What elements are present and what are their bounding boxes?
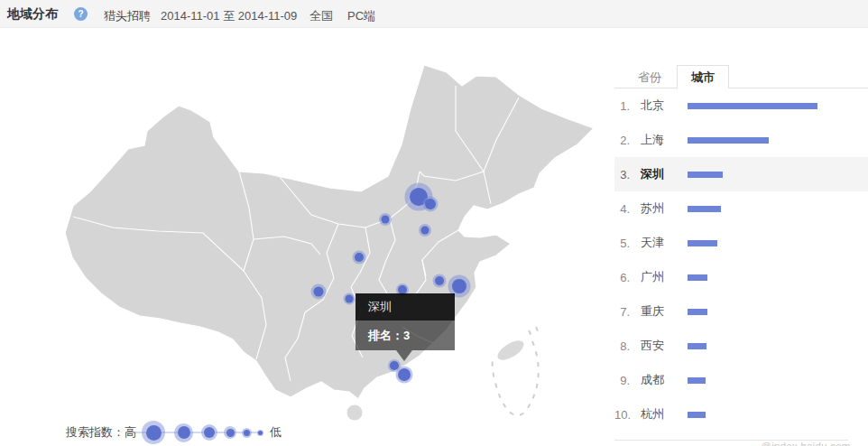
legend-circle xyxy=(142,421,165,444)
index-bar xyxy=(688,240,717,246)
index-bar xyxy=(688,206,721,212)
index-bar xyxy=(688,343,706,349)
index-bar xyxy=(688,309,707,315)
legend-circle xyxy=(201,424,217,441)
rank-number: 1. xyxy=(614,99,630,113)
map-tooltip: 深圳 排名：3 xyxy=(356,293,455,350)
rank-number: 4. xyxy=(614,202,630,216)
map-point-10[interactable] xyxy=(452,279,466,293)
ranking-row-8[interactable]: 8.西安 xyxy=(614,329,868,363)
city-name: 天津 xyxy=(641,235,688,251)
legend-high-label: 搜索指数：高 xyxy=(66,424,136,441)
index-bar xyxy=(688,377,706,384)
rank-number: 10. xyxy=(614,408,630,422)
ranking-row-2[interactable]: 2.上海 xyxy=(614,123,868,157)
map-point-3[interactable] xyxy=(382,216,390,224)
rank-number: 2. xyxy=(614,134,630,147)
hainan-island xyxy=(346,404,363,421)
tab-city[interactable]: 城市 xyxy=(677,65,729,88)
ranking-row-3[interactable]: 3.深圳 xyxy=(614,157,868,191)
date-range-label: 2014-11-01 至 2014-11-09 xyxy=(161,8,297,24)
index-bar xyxy=(688,412,706,418)
city-name: 广州 xyxy=(641,269,688,285)
rank-number: 3. xyxy=(614,168,630,181)
city-name: 西安 xyxy=(641,338,688,354)
ranking-row-9[interactable]: 9.成都 xyxy=(614,363,868,397)
region-label: 全国 xyxy=(309,8,333,24)
index-bar xyxy=(688,172,723,178)
header-bar: 地域分布 ? 猎头招聘 2014-11-01 至 2014-11-09 全国 P… xyxy=(0,0,868,28)
index-bar xyxy=(688,137,769,144)
keyword-label: 猎头招聘 xyxy=(104,8,151,24)
city-name: 深圳 xyxy=(641,166,688,182)
map-point-9[interactable] xyxy=(435,276,444,285)
map-point-2[interactable] xyxy=(425,199,436,209)
tooltip-rank: 排名：3 xyxy=(356,321,455,350)
ranking-row-4[interactable]: 4.苏州 xyxy=(614,191,868,226)
legend-circle xyxy=(174,423,193,442)
help-icon[interactable]: ? xyxy=(74,7,88,21)
city-name: 苏州 xyxy=(641,200,688,217)
city-name: 重庆 xyxy=(641,303,688,320)
index-bar xyxy=(688,103,817,109)
map-point-4[interactable] xyxy=(421,227,429,235)
tab-province[interactable]: 省份 xyxy=(623,67,677,88)
map-point-12[interactable] xyxy=(398,368,411,381)
map-point-7[interactable] xyxy=(346,295,354,303)
tooltip-arrow-icon xyxy=(396,350,412,361)
city-name: 上海 xyxy=(641,132,688,148)
city-name: 北京 xyxy=(641,98,688,114)
taiwan-island xyxy=(494,336,527,365)
legend-circle xyxy=(242,428,252,438)
islands-dash xyxy=(529,327,539,338)
page-title: 地域分布 xyxy=(7,6,58,23)
ranking-row-6[interactable]: 6.广州 xyxy=(614,260,868,294)
legend-circles xyxy=(136,421,270,444)
rank-number: 8. xyxy=(614,339,630,353)
rank-number: 5. xyxy=(614,237,630,250)
rank-number: 6. xyxy=(614,271,630,284)
city-name: 成都 xyxy=(641,372,688,388)
search-index-legend: 搜索指数：高 低 xyxy=(66,420,282,445)
platform-label: PC端 xyxy=(347,8,375,24)
city-ranking-list: 1.北京2.上海3.深圳4.苏州5.天津6.广州7.重庆8.西安9.成都10.杭… xyxy=(614,88,868,432)
city-name: 杭州 xyxy=(641,406,688,423)
legend-circle xyxy=(224,426,236,439)
ranking-row-10[interactable]: 10.杭州 xyxy=(614,397,868,432)
legend-low-label: 低 xyxy=(270,424,282,441)
ranking-row-5[interactable]: 5.天津 xyxy=(614,226,868,260)
ranking-row-7[interactable]: 7.重庆 xyxy=(614,294,868,329)
tooltip-city-name: 深圳 xyxy=(356,293,455,321)
ranking-row-1[interactable]: 1.北京 xyxy=(614,88,868,123)
map-point-11[interactable] xyxy=(390,361,399,370)
map-point-6[interactable] xyxy=(314,287,324,297)
watermark: @index.baidu.com xyxy=(761,441,851,446)
rank-number: 7. xyxy=(614,305,630,319)
map-point-5[interactable] xyxy=(355,253,364,262)
rank-number: 9. xyxy=(614,374,630,387)
index-bar xyxy=(688,274,707,281)
legend-circle xyxy=(257,430,263,436)
